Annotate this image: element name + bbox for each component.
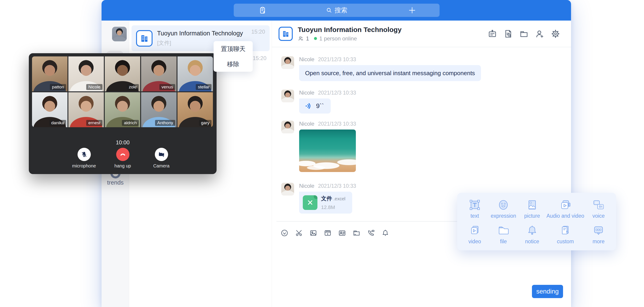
hangup-label: hang up bbox=[114, 163, 131, 169]
panel-item-label: more bbox=[592, 239, 604, 245]
message-body: Nicole 2021/12/3 10:33 ✕ 文件.excel 12.8M bbox=[299, 183, 356, 214]
chat-header: Tuoyun Information Technology 1 1 person… bbox=[272, 20, 571, 47]
sender-name: Nicole bbox=[299, 183, 314, 189]
panel-item-label: voice bbox=[592, 213, 605, 219]
group-avatar bbox=[136, 30, 152, 47]
participant-name: ernest bbox=[86, 120, 102, 126]
message-time: 2021/12/3 10:33 bbox=[318, 56, 356, 63]
image-icon[interactable] bbox=[309, 229, 318, 237]
message-voice: Nicole 2021/12/3 10:33 9`` bbox=[281, 89, 356, 113]
member-count: 1 bbox=[306, 35, 309, 42]
screenshot-icon[interactable] bbox=[295, 229, 303, 237]
search-placeholder: 搜索 bbox=[334, 6, 348, 15]
hangup-button[interactable] bbox=[116, 148, 130, 161]
microphone-control: microphone bbox=[72, 148, 97, 169]
conversation-title: Tuoyun Information Technology bbox=[157, 30, 251, 37]
participant-name: danika bbox=[49, 120, 66, 126]
chat-panel: Tuoyun Information Technology 1 1 person… bbox=[272, 20, 571, 307]
sender-avatar[interactable] bbox=[281, 89, 294, 102]
call-icon[interactable] bbox=[367, 229, 375, 237]
input-toolbar bbox=[280, 229, 390, 237]
text-icon bbox=[468, 199, 481, 211]
message-body: Nicole 2021/12/3 10:33 9`` bbox=[299, 89, 356, 113]
send-button[interactable]: sending bbox=[532, 285, 563, 298]
camera-control: Camera bbox=[149, 148, 174, 169]
message-time: 2021/12/3 10:33 bbox=[318, 90, 356, 96]
mic-off-button[interactable] bbox=[78, 148, 91, 161]
panel-item-audio-video[interactable]: Audio and video bbox=[546, 196, 584, 222]
file-bubble[interactable]: ✕ 文件.excel 12.8M bbox=[299, 192, 352, 214]
panel-item-label: video bbox=[468, 239, 481, 245]
message-text: Nicole 2021/12/3 10:33 Open source, free… bbox=[281, 56, 481, 81]
video-tile: zole bbox=[105, 56, 140, 91]
conversation-time-2: 15:20 bbox=[253, 55, 266, 61]
camera-label: Camera bbox=[153, 163, 170, 169]
custom-doc-icon bbox=[559, 224, 572, 237]
panel-item-more[interactable]: more bbox=[584, 222, 613, 247]
file-icon[interactable] bbox=[352, 229, 361, 237]
panel-item-custom[interactable]: custom bbox=[546, 222, 584, 247]
plus-icon[interactable] bbox=[408, 7, 416, 14]
excel-file-icon: ✕ bbox=[303, 195, 318, 210]
participant-name: Nicole bbox=[86, 84, 102, 90]
chat-header-actions bbox=[488, 29, 560, 39]
panel-item-text[interactable]: text bbox=[460, 196, 489, 222]
bell-icon[interactable] bbox=[381, 229, 390, 237]
message-time: 2021/12/3 10:33 bbox=[318, 121, 356, 127]
folder-icon[interactable] bbox=[519, 29, 529, 39]
panel-item-file[interactable]: file bbox=[489, 222, 518, 247]
settings-icon[interactable] bbox=[551, 29, 560, 39]
hangup-icon bbox=[119, 151, 126, 158]
doc-search-icon[interactable] bbox=[503, 29, 513, 39]
panel-item-voice[interactable]: voice bbox=[584, 196, 613, 222]
add-member-icon[interactable] bbox=[535, 29, 544, 39]
panel-item-notice[interactable]: notice bbox=[518, 222, 546, 247]
voice-bubble[interactable]: 9`` bbox=[299, 98, 331, 113]
contact-card-icon[interactable] bbox=[338, 229, 346, 237]
video-doc-icon bbox=[468, 224, 481, 237]
video-icon[interactable] bbox=[324, 229, 332, 237]
page: 搜索 trends bbox=[0, 0, 644, 307]
panel-item-expression[interactable]: expression bbox=[489, 196, 518, 222]
menu-item-remove[interactable]: 移除 bbox=[214, 56, 253, 72]
message-meta: Nicole 2021/12/3 10:33 bbox=[299, 183, 356, 190]
message-meta: Nicole 2021/12/3 10:33 bbox=[299, 56, 481, 63]
video-call-window: patton Nicole zole venus stellar danika … bbox=[29, 53, 216, 174]
sender-avatar[interactable] bbox=[281, 121, 294, 133]
panel-item-label: picture bbox=[524, 213, 540, 219]
panel-item-picture[interactable]: picture bbox=[518, 196, 546, 222]
message-body: Nicole 2021/12/3 10:33 Open source, free… bbox=[299, 56, 481, 81]
camera-off-button[interactable] bbox=[155, 148, 168, 161]
panel-item-video[interactable]: video bbox=[460, 222, 489, 247]
participant-name: venus bbox=[160, 84, 175, 90]
announcement-icon[interactable] bbox=[488, 29, 497, 39]
sidebar-item-trends[interactable]: trends bbox=[102, 179, 129, 186]
text-bubble: Open source, free, and universal instant… bbox=[299, 65, 481, 81]
video-tile: Nicole bbox=[68, 56, 104, 91]
voice-wave-icon bbox=[304, 102, 312, 110]
notice-bell-icon bbox=[526, 224, 538, 237]
video-tile: stellar bbox=[178, 56, 213, 91]
message-type-panel: text expression picture bbox=[457, 193, 616, 250]
mic-off-icon bbox=[81, 151, 88, 158]
members-icon bbox=[298, 36, 304, 41]
emoji-icon[interactable] bbox=[280, 229, 288, 237]
excel-x-glyph: ✕ bbox=[307, 199, 314, 207]
panel-item-label: Audio and video bbox=[546, 213, 584, 219]
menu-item-pin-chat[interactable]: 置顶聊天 bbox=[214, 41, 253, 56]
more-bubble-icon bbox=[592, 224, 605, 237]
video-tile: patton bbox=[32, 56, 68, 91]
call-timer: 10:00 bbox=[29, 139, 216, 146]
participant-name: stellar bbox=[196, 84, 212, 90]
panel-item-label: custom bbox=[557, 239, 574, 245]
sender-avatar[interactable] bbox=[281, 56, 294, 69]
beach-photo[interactable] bbox=[299, 129, 356, 172]
my-avatar[interactable] bbox=[112, 27, 127, 41]
search-bar[interactable]: 搜索 bbox=[234, 4, 440, 17]
file-name: 文件 bbox=[321, 195, 332, 202]
file-info: 文件.excel 12.8M bbox=[321, 195, 345, 210]
expression-icon bbox=[497, 199, 510, 211]
chat-header-texts: Tuoyun Information Technology 1 1 person… bbox=[298, 26, 488, 42]
message-meta: Nicole 2021/12/3 10:33 bbox=[299, 89, 356, 96]
sender-avatar[interactable] bbox=[281, 183, 294, 196]
